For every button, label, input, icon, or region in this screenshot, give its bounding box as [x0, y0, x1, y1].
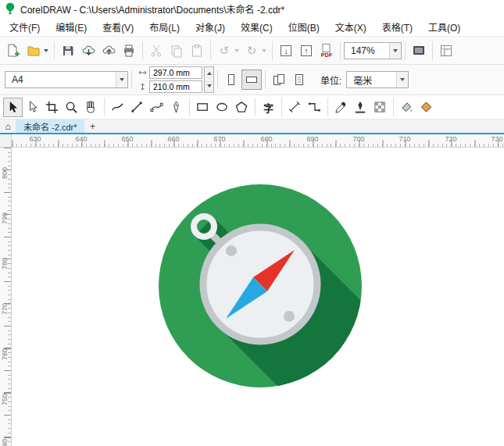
zoom-tool[interactable] [62, 98, 81, 117]
menu-item-table[interactable]: 表格(T) [374, 17, 420, 37]
face-dot-top-left [226, 245, 237, 256]
outline-pen-tool[interactable] [351, 98, 370, 117]
cut-button[interactable] [146, 41, 166, 61]
zoom-level-dropdown-button[interactable] [389, 43, 401, 59]
zoom-level-combobox[interactable]: 147% [344, 42, 402, 59]
pan-tool[interactable] [81, 98, 101, 117]
shape-tool[interactable] [23, 98, 42, 117]
new-document-button[interactable] [3, 41, 23, 61]
crop-tool[interactable] [42, 98, 62, 117]
redo-button[interactable]: ↻ [241, 41, 262, 61]
compass-artwork[interactable] [12, 148, 504, 446]
propbar-separator [131, 70, 132, 89]
page-size-dropdown-button[interactable] [116, 72, 127, 87]
toolbox: 字 [0, 95, 504, 120]
document-tab-bar: ⌂ 未命名 -2.cdr* + [0, 120, 504, 133]
svg-text:↑: ↑ [304, 46, 309, 55]
page-dimensions-stepper[interactable] [204, 66, 214, 93]
save-cloud-button[interactable] [98, 41, 119, 61]
publish-pdf-button[interactable]: PDF [316, 41, 337, 61]
connector-tool[interactable] [305, 98, 324, 117]
menu-item-object[interactable]: 对象(J) [188, 17, 233, 37]
page-width-input[interactable] [149, 66, 202, 79]
menu-item-text[interactable]: 文本(X) [327, 17, 374, 37]
open-button[interactable] [23, 41, 44, 61]
ellipse-tool[interactable] [213, 98, 232, 117]
property-bar: A4 单位: 毫米 [0, 65, 504, 95]
menu-item-layout[interactable]: 布局(L) [141, 17, 188, 37]
export-icon: ↑ [299, 44, 313, 58]
copy-button[interactable] [166, 41, 187, 61]
transparency-tool[interactable] [370, 98, 390, 117]
rectangle-tool[interactable] [193, 98, 213, 117]
toolbar-separator [142, 41, 143, 60]
import-button[interactable]: ↓ [276, 41, 296, 61]
outline-pen-icon [354, 101, 367, 114]
polygon-tool[interactable] [232, 98, 252, 117]
print-button[interactable] [119, 41, 139, 61]
svg-text:↓: ↓ [284, 46, 288, 55]
undo-button[interactable]: ↺ [214, 41, 234, 61]
menu-item-tools[interactable]: 工具(O) [420, 17, 468, 37]
save-button[interactable] [58, 41, 78, 61]
text-tool[interactable]: 字 [259, 98, 278, 117]
menu-item-effects[interactable]: 效果(C) [233, 17, 281, 37]
bezier-tool[interactable] [147, 98, 166, 117]
toolbar-separator [272, 41, 273, 60]
standard-toolbar: ↺ ↻ ↓ ↑ PDF 147% [0, 37, 504, 65]
landscape-button[interactable] [241, 70, 262, 90]
chevron-down-icon [207, 84, 212, 87]
open-dropdown-caret[interactable] [44, 49, 48, 52]
ruler-ticks-major [12, 140, 504, 147]
connector-icon [308, 101, 321, 114]
menu-item-file[interactable]: 文件(F) [2, 17, 48, 37]
open-cloud-button[interactable] [78, 41, 98, 61]
drawing-canvas[interactable] [12, 148, 504, 446]
redo-dropdown-caret[interactable] [262, 49, 266, 52]
bezier-icon [150, 101, 163, 114]
page-size-combobox[interactable]: A4 [5, 71, 128, 88]
undo-dropdown-caret[interactable] [234, 49, 239, 52]
toolbox-separator [255, 98, 256, 116]
freehand-tool[interactable] [108, 98, 127, 117]
pen-nib-icon [170, 101, 183, 114]
two-point-line-tool[interactable] [127, 98, 147, 117]
stepper-down-button[interactable] [205, 80, 213, 92]
document-tab-active[interactable]: 未命名 -2.cdr* [16, 120, 84, 133]
home-tab-button[interactable]: ⌂ [0, 120, 16, 133]
smart-fill-icon [420, 101, 433, 114]
paste-button[interactable] [187, 41, 207, 61]
ruler-page-icon [439, 44, 453, 58]
magnifier-icon [65, 101, 78, 114]
current-page-button[interactable] [289, 70, 309, 90]
stepper-up-button[interactable] [205, 67, 213, 80]
horizontal-ruler[interactable]: 630 640 650 660 670 680 690 700 710 720 … [12, 134, 504, 148]
export-button[interactable]: ↑ [296, 41, 316, 61]
units-dropdown-button[interactable] [396, 72, 408, 87]
units-combobox[interactable]: 毫米 [346, 71, 409, 88]
fullscreen-preview-button[interactable] [409, 41, 429, 61]
new-tab-button[interactable]: + [84, 120, 100, 133]
dimension-tool[interactable] [285, 98, 305, 117]
ruler-origin[interactable] [0, 134, 12, 148]
show-rulers-button[interactable] [436, 41, 456, 61]
menu-item-view[interactable]: 查看(V) [95, 17, 141, 37]
menu-item-edit[interactable]: 编辑(E) [48, 17, 95, 37]
text-tool-icon: 字 [263, 100, 273, 115]
portrait-button[interactable] [221, 70, 241, 90]
smart-fill-tool[interactable] [416, 98, 436, 117]
interactive-fill-tool[interactable] [397, 98, 416, 117]
page-width-icon [138, 69, 147, 77]
cloud-download-icon [81, 44, 96, 58]
page-height-input[interactable] [149, 80, 202, 93]
all-pages-button[interactable] [269, 70, 289, 90]
cloud-upload-icon [102, 44, 116, 58]
pick-tool[interactable] [3, 98, 23, 117]
menu-item-bitmaps[interactable]: 位图(B) [281, 17, 327, 37]
color-eyedropper-tool[interactable] [331, 98, 351, 117]
clipboard-icon [190, 44, 204, 58]
vertical-ruler[interactable]: 800 790 780 770 760 750 740 [0, 148, 12, 446]
pen-tool[interactable] [166, 98, 186, 117]
toolbar-separator [340, 41, 341, 60]
toolbox-separator [327, 98, 328, 116]
